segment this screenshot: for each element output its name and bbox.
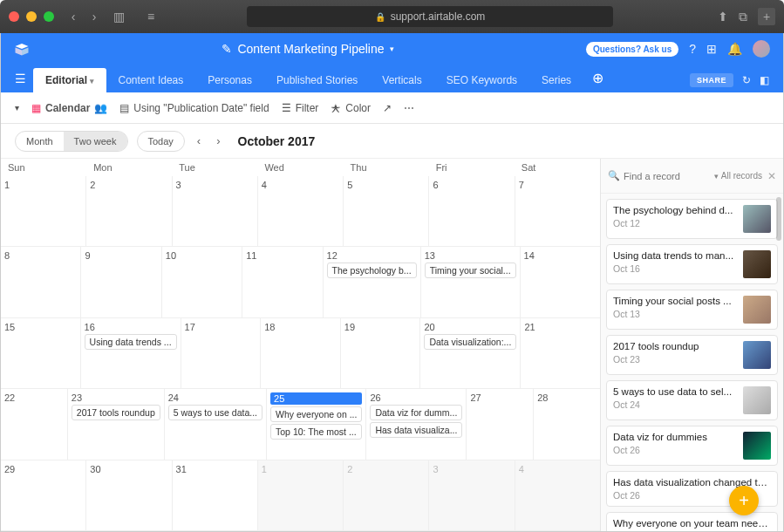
record-card[interactable]: 2017 tools roundupOct 23 [606, 335, 778, 375]
calendar-day[interactable]: 25Why everyone on ...Top 10: The most ..… [267, 389, 366, 460]
tab-published-stories[interactable]: Published Stories [264, 68, 370, 92]
calendar-day[interactable]: 12The psychology b... [324, 247, 421, 317]
calendar-day[interactable]: 29 [1, 460, 86, 531]
share-button[interactable]: SHARE [690, 73, 733, 87]
apps-icon[interactable]: ⊞ [706, 42, 717, 56]
filter-button[interactable]: ☰ Filter [282, 102, 319, 114]
calendar-day[interactable]: 4 [258, 176, 344, 247]
prev-month[interactable]: ‹ [194, 133, 204, 149]
calendar-day[interactable]: 28 [534, 389, 600, 460]
calendar-day[interactable]: 22 [1, 389, 68, 460]
calendar-day[interactable]: 11 [242, 247, 323, 317]
calendar-day[interactable]: 19 [341, 318, 421, 389]
share-view-icon[interactable]: ↗ [383, 102, 392, 114]
history-icon[interactable]: ↻ [742, 74, 751, 86]
range-two-week[interactable]: Two week [64, 132, 127, 151]
calendar-day[interactable]: 9 [81, 247, 161, 317]
hamburger-icon[interactable]: ☰ [15, 72, 26, 85]
window-minimize[interactable] [26, 11, 37, 22]
tab-content-ideas[interactable]: Content Ideas [106, 68, 196, 92]
ask-us-button[interactable]: Questions? Ask us [586, 42, 678, 57]
base-title[interactable]: ✎ Content Marketing Pipeline ▾ [30, 42, 586, 56]
calendar-day[interactable]: 6 [429, 176, 515, 247]
collapse-icon[interactable]: ▾ [15, 103, 19, 113]
calendar-day[interactable]: 30 [86, 460, 172, 531]
url-bar[interactable]: 🔒 support.airtable.com [247, 6, 613, 27]
find-record-search[interactable]: 🔍 [608, 170, 709, 181]
calendar-day[interactable]: 21 [521, 318, 600, 389]
calendar-day[interactable]: 20Data visualization:... [420, 318, 521, 389]
calendar-event[interactable]: Using data trends ... [85, 334, 177, 350]
calendar-event[interactable]: Top 10: The most ... [270, 424, 362, 440]
calendar-day[interactable]: 10 [162, 247, 242, 317]
view-switcher[interactable]: ▦ Calendar 👥 [31, 102, 107, 114]
calendar-day[interactable]: 3 [429, 460, 515, 531]
reader-icon[interactable]: ≡ [142, 8, 160, 25]
calendar-day[interactable]: 16Using data trends ... [81, 318, 181, 389]
calendar-event[interactable]: Why everyone on ... [270, 406, 362, 422]
calendar-day[interactable]: 245 ways to use data... [165, 389, 267, 460]
calendar-day[interactable]: 17 [181, 318, 262, 389]
today-button[interactable]: Today [137, 131, 185, 152]
calendar-day[interactable]: 1 [258, 460, 344, 531]
calendar-day[interactable]: 7 [515, 176, 600, 247]
help-icon[interactable]: ? [689, 42, 696, 56]
calendar-day[interactable]: 8 [1, 247, 81, 317]
record-card[interactable]: Why everyone on your team needs...Oct 25 [606, 512, 778, 531]
color-button[interactable]: 🟉 Color [331, 102, 371, 114]
add-table-button[interactable]: ⊕ [583, 64, 612, 92]
all-records-dropdown[interactable]: ▾ All records [714, 171, 762, 181]
calendar-event[interactable]: Timing your social... [425, 263, 516, 278]
record-card[interactable]: Timing your social posts ...Oct 13 [606, 290, 778, 330]
calendar-event[interactable]: 2017 tools roundup [72, 405, 160, 420]
calendar-day[interactable]: 3 [173, 176, 258, 247]
calendar-day[interactable]: 15 [1, 318, 81, 389]
calendar-day[interactable]: 14 [521, 247, 600, 317]
calendar-day[interactable]: 26Data viz for dumm...Has data visualiza… [366, 389, 467, 460]
calendar-day[interactable]: 31 [173, 460, 258, 531]
tab-verticals[interactable]: Verticals [370, 68, 433, 92]
window-zoom[interactable] [44, 11, 54, 22]
day-number: 1 [262, 464, 339, 474]
calendar-day[interactable]: 232017 tools roundup [68, 389, 165, 460]
share-icon[interactable]: ⬆ [718, 10, 728, 24]
sidebar-toggle-icon[interactable]: ▥ [113, 10, 125, 24]
more-icon[interactable]: ⋯ [404, 102, 416, 114]
calendar-event[interactable]: 5 ways to use data... [168, 405, 262, 420]
using-field[interactable]: ▤ Using "Publication Date" field [119, 102, 269, 114]
calendar-day[interactable]: 18 [261, 318, 341, 389]
calendar-day[interactable]: 27 [467, 389, 534, 460]
calendar-day[interactable]: 5 [344, 176, 429, 247]
search-input[interactable] [624, 171, 709, 181]
scrollbar[interactable] [776, 197, 781, 241]
window-close[interactable] [9, 11, 19, 22]
blocks-icon[interactable]: ◧ [760, 74, 769, 86]
tab-series[interactable]: Series [529, 68, 583, 92]
record-card[interactable]: Using data trends to man...Oct 16 [606, 244, 778, 284]
record-card[interactable]: The psychology behind d...Oct 12 [606, 199, 778, 239]
tabs-icon[interactable]: ⧉ [739, 10, 747, 24]
calendar-day[interactable]: 2 [86, 176, 172, 247]
calendar-day[interactable]: 13Timing your social... [421, 247, 521, 317]
calendar-day[interactable]: 1 [1, 176, 86, 247]
avatar[interactable] [753, 40, 770, 58]
record-card[interactable]: Data viz for dummiesOct 26 [606, 426, 778, 466]
tab-personas[interactable]: Personas [195, 68, 264, 92]
calendar-event[interactable]: The psychology b... [327, 263, 417, 278]
add-record-fab[interactable]: + [729, 486, 759, 515]
calendar-event[interactable]: Data viz for dumm... [370, 405, 462, 420]
tab-seo-keywords[interactable]: SEO Keywords [434, 68, 529, 92]
range-month[interactable]: Month [16, 132, 64, 151]
record-card[interactable]: 5 ways to use data to sel...Oct 24 [606, 380, 778, 420]
new-tab-button[interactable]: + [758, 8, 775, 25]
close-sidebar-icon[interactable]: ✕ [767, 170, 776, 182]
calendar-day[interactable]: 2 [344, 460, 429, 531]
calendar-event[interactable]: Data visualization:... [424, 334, 516, 350]
calendar-day[interactable]: 4 [515, 460, 600, 531]
calendar-event[interactable]: Has data visualiza... [370, 422, 462, 438]
bell-icon[interactable]: 🔔 [727, 42, 742, 56]
forward-button[interactable]: › [85, 8, 103, 25]
tab-editorial[interactable]: Editorial ▾ [33, 68, 106, 92]
next-month[interactable]: › [213, 133, 223, 149]
back-button[interactable]: ‹ [65, 8, 82, 25]
